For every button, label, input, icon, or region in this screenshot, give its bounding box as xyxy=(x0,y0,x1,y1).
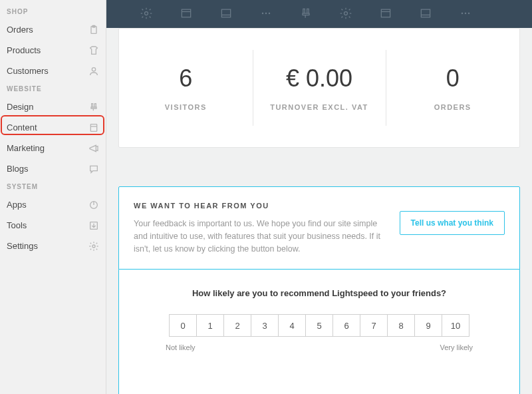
stat-orders: 0 ORDERS xyxy=(386,29,519,147)
nps-option-0[interactable]: 0 xyxy=(169,314,197,337)
gear-icon xyxy=(88,241,99,252)
nps-question: How likely are you to recommend Lightspe… xyxy=(138,288,501,298)
megaphone-icon xyxy=(88,143,99,154)
svg-point-14 xyxy=(262,13,264,15)
sidebar: SHOP Orders Products Customers WEBSITE D… xyxy=(0,0,106,394)
sidebar-item-products[interactable]: Products xyxy=(0,40,106,61)
sidebar-item-marketing[interactable]: Marketing xyxy=(0,138,106,158)
sidebar-item-customers[interactable]: Customers xyxy=(0,61,106,81)
tshirt-icon xyxy=(88,45,99,56)
nps-option-9[interactable]: 9 xyxy=(414,314,442,337)
stat-label: ORDERS xyxy=(434,103,471,111)
nps-low-label: Not likely xyxy=(166,343,196,351)
svg-point-16 xyxy=(269,13,271,15)
svg-point-15 xyxy=(265,13,267,15)
nps-option-10[interactable]: 10 xyxy=(442,314,469,337)
feedback-card: WE WANT TO HEAR FROM YOU Your feedback i… xyxy=(118,186,520,270)
clipboard-icon xyxy=(88,25,99,35)
feedback-button[interactable]: Tell us what you think xyxy=(400,211,505,235)
topbar xyxy=(106,0,532,28)
sidebar-item-label: Products xyxy=(7,45,41,55)
svg-point-2 xyxy=(92,67,95,71)
stat-value: € 0.00 xyxy=(286,65,352,93)
gear-icon[interactable] xyxy=(140,7,153,20)
nps-option-5[interactable]: 5 xyxy=(305,314,333,337)
sidebar-item-orders[interactable]: Orders xyxy=(0,19,106,40)
main-content: 6 VISITORS € 0.00 TURNOVER EXCL. VAT 0 O… xyxy=(106,0,532,394)
sidebar-item-label: Tools xyxy=(7,220,27,230)
chat-icon xyxy=(88,164,99,174)
sidebar-item-label: Orders xyxy=(7,25,33,35)
nps-option-8[interactable]: 8 xyxy=(387,314,415,337)
nps-option-3[interactable]: 3 xyxy=(251,314,279,337)
stat-value: 6 xyxy=(179,65,192,93)
sidebar-item-content[interactable]: Content xyxy=(0,117,106,138)
svg-rect-10 xyxy=(182,9,190,17)
layout-icon[interactable] xyxy=(419,7,432,20)
nps-option-7[interactable]: 7 xyxy=(360,314,388,337)
window-icon[interactable] xyxy=(379,7,392,20)
layout-icon[interactable] xyxy=(219,7,233,20)
topbar-icons xyxy=(106,0,532,27)
stat-value: 0 xyxy=(446,65,460,93)
nps-option-4[interactable]: 4 xyxy=(278,314,306,337)
sidebar-item-label: Marketing xyxy=(7,143,45,153)
sidebar-item-label: Settings xyxy=(7,241,38,251)
nps-option-2[interactable]: 2 xyxy=(223,314,251,337)
stat-label: TURNOVER EXCL. VAT xyxy=(270,103,368,111)
more-icon[interactable] xyxy=(459,7,472,20)
page-icon xyxy=(88,122,99,133)
sidebar-item-label: Apps xyxy=(7,200,27,210)
svg-rect-18 xyxy=(381,9,390,17)
section-header-website: WEBSITE xyxy=(0,81,106,97)
svg-point-22 xyxy=(462,13,464,15)
section-header-system: SYSTEM xyxy=(0,179,106,194)
svg-point-8 xyxy=(92,245,95,248)
sidebar-item-blogs[interactable]: Blogs xyxy=(0,158,106,179)
nps-option-6[interactable]: 6 xyxy=(332,314,360,337)
svg-point-23 xyxy=(465,13,467,15)
power-icon xyxy=(88,200,99,210)
brush-icon xyxy=(88,102,99,112)
stat-visitors: 6 VISITORS xyxy=(119,29,253,147)
sidebar-item-label: Content xyxy=(7,122,37,132)
svg-rect-20 xyxy=(421,9,430,17)
svg-point-17 xyxy=(344,12,348,15)
nps-scale: 0 1 2 3 4 5 6 7 8 9 10 xyxy=(138,314,501,337)
stat-label: VISITORS xyxy=(165,103,207,111)
user-icon xyxy=(88,66,99,77)
more-icon[interactable] xyxy=(259,7,273,20)
section-header-shop: SHOP xyxy=(0,4,106,19)
gear-icon[interactable] xyxy=(339,7,352,20)
svg-rect-3 xyxy=(90,124,96,131)
sidebar-item-label: Design xyxy=(7,102,33,112)
sidebar-item-design[interactable]: Design xyxy=(0,97,106,117)
stat-turnover: € 0.00 TURNOVER EXCL. VAT xyxy=(253,29,386,147)
export-icon xyxy=(88,220,99,231)
sidebar-item-label: Blogs xyxy=(7,164,29,174)
feedback-text: Your feedback is important to us. We hop… xyxy=(134,218,386,255)
svg-rect-12 xyxy=(221,9,230,17)
sidebar-item-settings[interactable]: Settings xyxy=(0,236,106,256)
svg-point-9 xyxy=(145,12,148,15)
feedback-title: WE WANT TO HEAR FROM YOU xyxy=(134,202,386,210)
sidebar-item-tools[interactable]: Tools xyxy=(0,215,106,236)
nps-high-label: Very likely xyxy=(440,343,473,351)
sidebar-item-apps[interactable]: Apps xyxy=(0,194,106,215)
nps-card: How likely are you to recommend Lightspe… xyxy=(118,269,520,394)
brush-icon[interactable] xyxy=(299,7,313,20)
stats-card: 6 VISITORS € 0.00 TURNOVER EXCL. VAT 0 O… xyxy=(118,28,520,148)
svg-point-24 xyxy=(468,13,470,15)
nps-option-1[interactable]: 1 xyxy=(196,314,224,337)
sidebar-item-label: Customers xyxy=(7,66,49,76)
window-icon[interactable] xyxy=(180,7,193,20)
